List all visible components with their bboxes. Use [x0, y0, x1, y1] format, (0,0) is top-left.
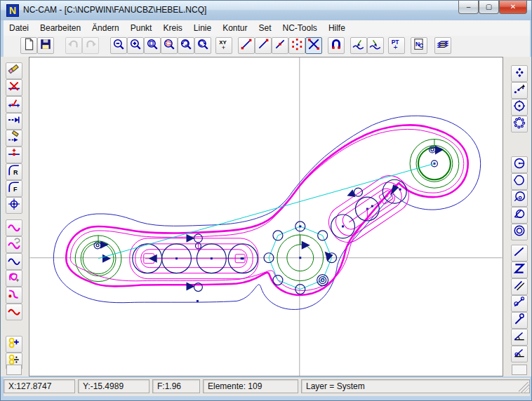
pt-plus-button[interactable]: PT+: [388, 37, 405, 54]
zoom-rotate-left-button[interactable]: [178, 37, 194, 54]
line-angle-button[interactable]: [511, 329, 528, 346]
circle-radius-button[interactable]: [511, 156, 528, 173]
line-angle-tangent-button[interactable]: [511, 346, 528, 362]
point-on-line-end-button[interactable]: [255, 37, 272, 54]
milling-contour: [66, 125, 467, 294]
layers-icon: [437, 38, 449, 53]
menu-bearbeiten[interactable]: Bearbeiten: [34, 20, 86, 36]
offset-contour: [70, 129, 464, 290]
circle-two-point-button[interactable]: [511, 190, 528, 207]
point-sequence-button[interactable]: [511, 82, 528, 99]
resize-grip[interactable]: [519, 382, 530, 393]
status-x: X:127.8747: [4, 379, 75, 393]
zoom-window-icon: [163, 38, 175, 53]
zoom-rotate-right-button[interactable]: [194, 37, 211, 54]
delete-point-button[interactable]: [305, 37, 322, 54]
line-zigzag-button[interactable]: [511, 261, 528, 278]
point-on-line-both-button[interactable]: [238, 37, 255, 54]
menu-kreis[interactable]: Kreis: [157, 20, 187, 36]
right-bottom-box[interactable]: [512, 365, 527, 375]
circle-tangent-button[interactable]: [511, 207, 528, 224]
bolt-circle-icon: [513, 116, 526, 132]
app-window: N NC-CAM - [C:\NCPWIN\FANUCBZ\HEBEL.NCQ]…: [0, 0, 532, 401]
menu-nctools[interactable]: NC-Tools: [277, 20, 323, 36]
chamfer-button[interactable]: F: [6, 180, 22, 197]
line-angle-tangent-icon: [513, 346, 526, 362]
insert-point-button[interactable]: [6, 147, 22, 163]
concentric-circles-button[interactable]: [511, 224, 528, 240]
eraser-button[interactable]: [6, 62, 22, 79]
origin-target-button[interactable]: [6, 197, 22, 214]
fillet-radius-button[interactable]: R: [6, 163, 22, 180]
line-diagonal-button[interactable]: [511, 245, 528, 261]
outer-contour: [53, 116, 480, 309]
menu-linie[interactable]: Linie: [188, 20, 217, 36]
menu-ndern[interactable]: Ändern: [86, 20, 125, 36]
titlebar[interactable]: N NC-CAM - [C:\NCPWIN\FANUCBZ\HEBEL.NCQ]…: [1, 1, 532, 20]
line-tangent-circle-button[interactable]: [511, 312, 528, 329]
points-icon: [513, 66, 526, 81]
curve-point-button[interactable]: [6, 287, 22, 304]
curve-red-button[interactable]: [6, 304, 22, 320]
curve-blue-button[interactable]: [6, 253, 22, 270]
zoom-in-button[interactable]: [127, 37, 144, 54]
new-file-button[interactable]: [20, 37, 37, 54]
trim-element-icon: [8, 97, 20, 112]
status-layer: Layer = System: [301, 379, 530, 393]
cad-drawing: [29, 57, 503, 376]
points-button[interactable]: [511, 65, 528, 82]
zoom-page-button[interactable]: [144, 37, 161, 54]
redo-button[interactable]: [82, 37, 99, 54]
main-area: RF+: [1, 57, 532, 376]
point-on-line-mid-button[interactable]: [272, 37, 288, 54]
drawing-canvas[interactable]: [29, 57, 503, 376]
menu-punkt[interactable]: Punkt: [125, 20, 158, 36]
window-frame-bottom: [1, 396, 532, 401]
save-file-button[interactable]: [37, 37, 54, 54]
point-circle-icon: [291, 38, 303, 53]
curve-magenta-button[interactable]: [6, 219, 22, 236]
statusbar: X:127.8747 Y:-15.4989 F:1.96 Elemente: 1…: [4, 378, 530, 396]
menu-hilfe[interactable]: Hilfe: [323, 20, 351, 36]
main-toolbar: XY+PT+NC: [4, 36, 530, 57]
spline-loop-button[interactable]: +: [6, 270, 22, 287]
point-circle-button[interactable]: [288, 37, 305, 54]
layers-button[interactable]: [434, 37, 451, 54]
circle-center-point-button[interactable]: [511, 99, 528, 116]
delete-element-button[interactable]: [6, 79, 22, 96]
undo-button[interactable]: [65, 37, 82, 54]
status-elements: Elemente: 109: [203, 379, 298, 393]
bolt-circle-button[interactable]: [511, 116, 528, 132]
menu-set[interactable]: Set: [253, 20, 277, 36]
curve-point-icon: [8, 287, 20, 303]
minimize-button[interactable]: –: [458, 1, 479, 14]
circle-chord-button[interactable]: [511, 173, 528, 190]
zoom-out-button[interactable]: [110, 37, 127, 54]
line-diagonal-icon: [513, 245, 526, 261]
zoom-window-button[interactable]: [161, 37, 178, 54]
close-button[interactable]: ✕: [499, 1, 527, 14]
xy-coordinates-button[interactable]: XY+: [215, 37, 232, 54]
left-bottom-box[interactable]: [6, 365, 22, 375]
zoom-rotate-left-icon: [180, 38, 192, 53]
trim-element-button[interactable]: [6, 96, 22, 113]
drill-add-button[interactable]: [6, 336, 22, 353]
line-tangent-two-circles-button[interactable]: [511, 295, 528, 312]
approach-curve-left-button[interactable]: [350, 37, 367, 54]
extend-element-button[interactable]: [6, 113, 22, 130]
menu-datei[interactable]: Datei: [4, 20, 34, 36]
line-parallel-button[interactable]: [511, 278, 528, 295]
circle-two-point-icon: [513, 191, 526, 206]
magnet-snap-button[interactable]: [328, 37, 345, 54]
approach-curve-right-button[interactable]: [367, 37, 384, 54]
status-y: Y:-15.4989: [78, 379, 149, 393]
edit-element-button[interactable]: [6, 130, 22, 147]
zoom-in-icon: [129, 38, 142, 53]
nc-program-button[interactable]: NC: [411, 37, 427, 54]
point-on-line-both-icon: [240, 38, 253, 53]
curve-rebuild-button[interactable]: [6, 236, 22, 253]
point-on-line-mid-icon: [274, 38, 286, 53]
menu-kontur[interactable]: Kontur: [217, 20, 253, 36]
maximize-button[interactable]: ▢: [479, 1, 499, 14]
circle-chord-icon: [513, 174, 526, 189]
